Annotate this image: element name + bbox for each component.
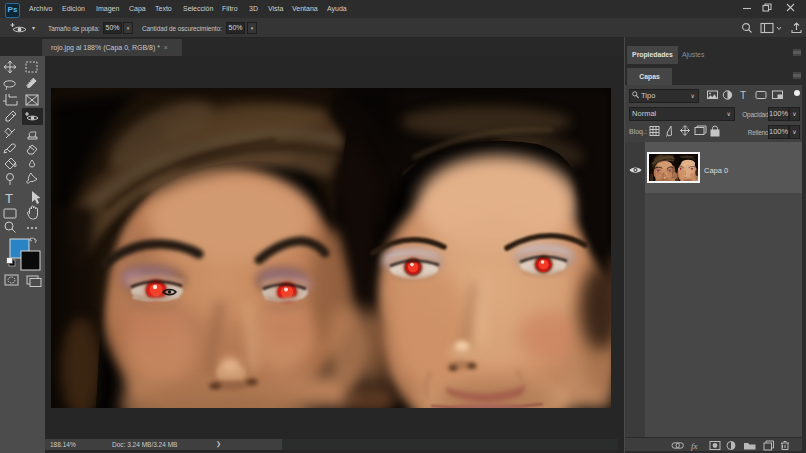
svg-text:T: T — [5, 191, 13, 206]
svg-text:fx: fx — [691, 441, 698, 451]
svg-text:T: T — [740, 90, 746, 101]
